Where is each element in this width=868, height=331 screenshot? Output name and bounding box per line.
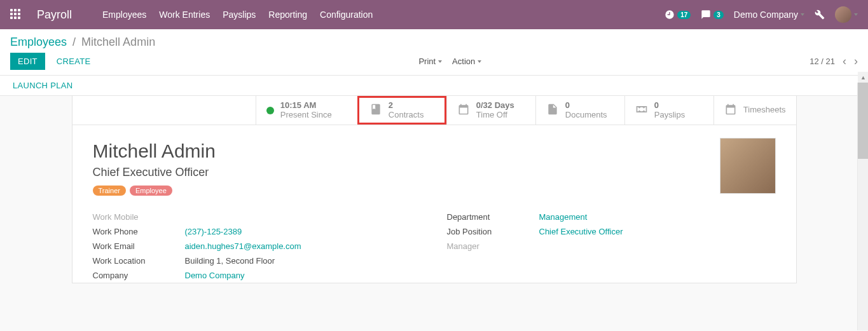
apps-icon[interactable] bbox=[10, 9, 22, 20]
message-count: 3 bbox=[713, 11, 724, 19]
work-mobile-label: Work Mobile bbox=[93, 212, 185, 222]
documents-value: 0 bbox=[565, 101, 607, 110]
calendar-icon bbox=[724, 103, 737, 118]
work-location-label: Work Location bbox=[93, 256, 185, 266]
scrollbar-up-arrow[interactable]: ▲ bbox=[858, 72, 868, 83]
work-phone-label: Work Phone bbox=[93, 227, 185, 236]
department-value[interactable]: Management bbox=[539, 212, 776, 222]
department-label: Department bbox=[447, 212, 539, 222]
manager-label: Manager bbox=[447, 241, 539, 251]
menu-configuration[interactable]: Configuration bbox=[320, 7, 373, 22]
pager-prev[interactable]: ‹ bbox=[843, 55, 846, 68]
work-mobile-value bbox=[185, 212, 422, 222]
stat-contracts[interactable]: 2 Contracts bbox=[357, 96, 446, 125]
payslips-value: 0 bbox=[654, 101, 685, 110]
job-position-label: Job Position bbox=[447, 227, 539, 236]
breadcrumb-current: Mitchell Admin bbox=[81, 36, 155, 48]
menu-work-entries[interactable]: Work Entries bbox=[159, 7, 210, 22]
menu-reporting[interactable]: Reporting bbox=[268, 7, 307, 22]
systray: 17 3 Demo Company bbox=[665, 6, 858, 23]
employee-name: Mitchell Admin bbox=[93, 140, 776, 162]
chat-icon bbox=[701, 10, 711, 20]
job-position-value[interactable]: Chief Executive Officer bbox=[539, 227, 776, 236]
user-avatar bbox=[835, 6, 851, 23]
work-email-value[interactable]: aiden.hughes71@example.com bbox=[185, 241, 422, 251]
work-location-value: Building 1, Second Floor bbox=[185, 256, 422, 266]
timeoff-label: Time Off bbox=[476, 111, 514, 119]
presence-label: Present Since bbox=[280, 111, 332, 119]
employee-job-title: Chief Executive Officer bbox=[93, 166, 776, 179]
messaging-indicator[interactable]: 3 bbox=[701, 10, 724, 20]
contracts-value: 2 bbox=[389, 101, 424, 110]
top-navbar: Payroll Employees Work Entries Payslips … bbox=[0, 0, 868, 29]
timeoff-value: 0/32 Days bbox=[476, 101, 514, 110]
breadcrumb: Employees / Mitchell Admin bbox=[0, 29, 868, 53]
chevron-down-icon bbox=[854, 13, 858, 16]
employee-tags: Trainer Employee bbox=[93, 186, 776, 196]
form-sheet: 10:15 AM Present Since 2 Contracts 0/32 … bbox=[72, 96, 797, 283]
launch-plan-button[interactable]: LAUNCH PLAN bbox=[13, 81, 72, 90]
contracts-label: Contracts bbox=[389, 111, 424, 119]
presence-time: 10:15 AM bbox=[280, 101, 332, 110]
presence-dot-icon bbox=[266, 107, 274, 114]
timesheets-label: Timesheets bbox=[743, 105, 786, 114]
create-button[interactable]: CREATE bbox=[57, 57, 91, 66]
chevron-down-icon bbox=[801, 13, 804, 16]
pager: 12 / 21 ‹ › bbox=[809, 55, 858, 68]
stat-documents[interactable]: 0 Documents bbox=[535, 96, 624, 125]
activity-indicator[interactable]: 17 bbox=[665, 10, 691, 20]
statusbar: LAUNCH PLAN bbox=[0, 76, 868, 96]
debug-icon[interactable] bbox=[815, 10, 825, 20]
money-icon bbox=[635, 103, 648, 118]
control-panel: Employees / Mitchell Admin EDIT CREATE P… bbox=[0, 29, 868, 76]
company-label: Company bbox=[93, 271, 185, 280]
user-menu[interactable] bbox=[835, 6, 858, 23]
breadcrumb-sep: / bbox=[70, 36, 78, 48]
position-info-column: Department Management Job Position Chief… bbox=[447, 210, 776, 283]
company-value[interactable]: Demo Company bbox=[185, 271, 422, 280]
clock-icon bbox=[665, 10, 675, 20]
stat-timeoff[interactable]: 0/32 Days Time Off bbox=[446, 96, 535, 125]
vertical-scrollbar[interactable]: ▲ bbox=[857, 83, 868, 296]
tag-employee[interactable]: Employee bbox=[130, 186, 172, 196]
action-dropdown[interactable]: Action bbox=[452, 57, 481, 66]
calendar-icon bbox=[457, 103, 470, 118]
work-phone-value[interactable]: (237)-125-2389 bbox=[185, 227, 422, 236]
pager-value: 12 / 21 bbox=[809, 57, 835, 66]
documents-label: Documents bbox=[565, 111, 607, 119]
chevron-down-icon bbox=[438, 60, 442, 63]
tag-trainer[interactable]: Trainer bbox=[93, 186, 126, 196]
edit-button[interactable]: EDIT bbox=[10, 53, 45, 70]
payslips-label: Payslips bbox=[654, 111, 685, 119]
manager-value bbox=[539, 241, 776, 251]
menu-payslips[interactable]: Payslips bbox=[223, 7, 256, 22]
file-icon bbox=[546, 103, 559, 118]
pager-next[interactable]: › bbox=[854, 55, 858, 68]
menu-employees[interactable]: Employees bbox=[102, 7, 146, 22]
main-menu: Employees Work Entries Payslips Reportin… bbox=[102, 7, 373, 22]
stat-payslips[interactable]: 0 Payslips bbox=[624, 96, 713, 125]
employee-photo[interactable] bbox=[720, 138, 776, 194]
app-title: Payroll bbox=[37, 8, 72, 22]
scrollbar-thumb[interactable] bbox=[858, 83, 868, 159]
work-email-label: Work Email bbox=[93, 241, 185, 251]
company-name: Demo Company bbox=[734, 10, 798, 20]
stat-timesheets[interactable]: Timesheets bbox=[713, 96, 796, 125]
activity-count: 17 bbox=[677, 11, 691, 19]
contact-info-column: Work Mobile Work Phone (237)-125-2389 Wo… bbox=[93, 210, 422, 283]
book-icon bbox=[369, 103, 382, 118]
stat-buttons: 10:15 AM Present Since 2 Contracts 0/32 … bbox=[72, 96, 796, 125]
breadcrumb-root[interactable]: Employees bbox=[10, 36, 67, 48]
print-dropdown[interactable]: Print bbox=[418, 57, 442, 66]
stat-presence[interactable]: 10:15 AM Present Since bbox=[256, 96, 357, 125]
chevron-down-icon bbox=[478, 60, 481, 63]
company-switcher[interactable]: Demo Company bbox=[734, 10, 804, 20]
